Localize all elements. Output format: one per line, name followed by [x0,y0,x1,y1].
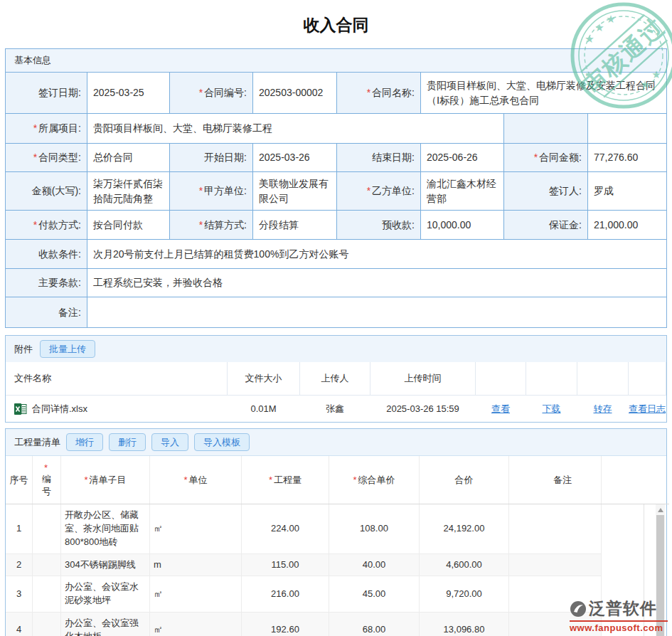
row-code [33,576,61,612]
quantity-list-section: 工程量清单 增行 删行 导入 导入模板 序号 *编号 *清单子目 *单位 *工程… [5,428,667,636]
row-unit: ㎡ [150,613,242,636]
seq-column-header: 序号 [6,456,33,504]
empty-value-cell [588,114,666,144]
signer-label: 签订人: [504,172,588,211]
table-row[interactable]: 2 304不锈钢踢脚线 m 115.00 40.00 4,600.00 [6,554,602,577]
end-date-label: 结束日期: [337,144,421,172]
add-row-button[interactable]: 增行 [66,433,103,452]
uploader-column-header: 上传人 [300,362,370,396]
row-item: 开敞办公区、储藏室、茶水间地面贴800*800地砖 [61,504,150,553]
table-row[interactable]: 4 办公室、会议室强化木地板 ㎡ 192.60 68.00 13,096.80 [6,613,602,636]
download-link[interactable]: 下载 [543,403,561,415]
attachment-row: 合同详情.xlsx 0.01M 张鑫 2025-03-26 15:59 查看 下… [6,396,666,422]
row-item: 办公室、会议室水泥砂浆地坪 [61,576,150,612]
delete-row-button[interactable]: 删行 [109,433,146,452]
party-b-label: *乙方单位: [337,172,421,211]
row-total: 9,720.00 [420,576,509,612]
row-total: 24,192.00 [420,504,509,553]
row-price: 45.00 [329,576,420,612]
upload-time-column-header: 上传时间 [370,362,476,396]
amount-words-label: 金额(大写): [6,172,87,211]
basic-info-grid: 签订日期: 2025-03-25 *合同编号: 202503-00002 *合同… [6,73,666,327]
import-template-button[interactable]: 导入模板 [194,433,250,452]
scroll-up-icon[interactable] [658,508,663,512]
row-price: 68.00 [329,613,420,636]
row-total: 13,096.80 [420,613,509,636]
row-qty: 115.00 [242,554,329,576]
basic-info-header: 基本信息 [6,49,666,73]
row-code [33,554,61,576]
qty-column-header: *工程量 [242,456,329,504]
party-a-label: *甲方单位: [170,172,253,211]
settlement-method-value: 分段结算 [253,211,337,240]
code-column-header: *编号 [33,456,61,504]
settlement-method-label: *结算方式: [170,211,253,240]
row-item: 办公室、会议室强化木地板 [61,613,150,636]
attachment-file-name[interactable]: 合同详情.xlsx [32,403,87,415]
file-name-column-header: 文件名称 [6,362,228,396]
deposit-label: 保证金: [504,211,588,240]
row-note [509,554,602,576]
contract-type-value: 总价合同 [87,144,170,172]
view-link[interactable]: 查看 [491,403,510,415]
advance-value: 10,000.00 [421,211,504,240]
attachments-header: 附件 批量上传 [6,336,666,362]
start-date-value: 2025-03-26 [253,144,337,172]
attachments-title: 附件 [14,343,33,356]
table-row[interactable]: 3 办公室、会议室水泥砂浆地坪 ㎡ 216.00 45.00 9,720.00 [6,576,602,613]
note-column-header: 备注 [509,456,602,504]
page-title: 收入合同 [0,0,672,43]
amount-value: 77,276.60 [588,144,666,172]
row-price: 108.00 [329,504,420,553]
total-column-header: 合价 [420,456,509,504]
item-column-header: *清单子目 [61,456,150,504]
batch-upload-button[interactable]: 批量上传 [40,340,95,359]
row-unit: m [150,554,242,576]
row-seq: 2 [6,554,33,576]
amount-words-value: 柒万柒仟贰佰柒拾陆元陆角整 [87,172,170,211]
remark-value [87,297,666,327]
attachment-uploader: 张鑫 [300,396,370,422]
income-contract-page: 收入合同 审核通过 ★ ★ ★ ★ ★ 基本信息 [0,0,672,636]
contract-no-value: 202503-00002 [253,73,337,114]
sign-date-label: 签订日期: [6,73,87,114]
party-b-value: 渝北汇鑫木材经营部 [421,172,504,211]
basic-info-title: 基本信息 [14,54,51,67]
action-column-header [476,362,526,396]
row-unit: ㎡ [150,504,242,553]
advance-label: 预收款: [337,211,421,240]
transfer-link[interactable]: 转存 [594,403,612,415]
table-row[interactable]: 1 开敞办公区、储藏室、茶水间地面贴800*800地砖 ㎡ 224.00 108… [6,504,602,554]
start-date-label: 开始日期: [170,144,253,172]
attachment-file-size: 0.01M [228,396,300,422]
attachment-file-cell: 合同详情.xlsx [6,396,228,422]
row-total: 4,600.00 [420,554,509,576]
vendor-watermark: 泛普软件 www.fanpusoft.com [570,598,668,633]
import-button[interactable]: 导入 [151,433,188,452]
payment-method-label: *付款方式: [6,211,87,240]
amount-label: *合同金额: [504,144,588,172]
contract-no-label: *合同编号: [170,73,253,114]
main-terms-label: 主要条款: [6,269,87,297]
party-a-value: 美联物业发展有限公司 [253,172,337,211]
file-size-column-header: 文件大小 [228,362,300,396]
unit-column-header: *单位 [150,456,242,504]
sign-date-value: 2025-03-25 [87,73,170,114]
vendor-url: www.fanpusoft.com [570,620,668,633]
row-seq: 4 [6,613,33,636]
price-column-header: *综合单价 [329,456,420,504]
contract-type-label: *合同类型: [6,144,87,172]
view-log-link[interactable]: 查看日志 [629,403,666,415]
project-value: 贵阳项目样板间、大堂、电梯厅装修工程 [87,114,504,144]
row-qty: 224.00 [242,504,329,553]
attachments-section: 附件 批量上传 文件名称 文件大小 上传人 上传时间 合同详情.xlsx [5,335,667,423]
row-unit: ㎡ [150,576,242,612]
deposit-value: 21,000.00 [588,211,666,240]
signer-value: 罗成 [588,172,666,211]
action-column-header [577,362,629,396]
quantity-table-body: 1 开敞办公区、储藏室、茶水间地面贴800*800地砖 ㎡ 224.00 108… [6,504,602,636]
empty-label-cell [504,114,588,144]
main-terms-value: 工程系统已安装，并验收合格 [87,269,666,297]
action-column-header [629,362,666,396]
row-code [33,504,61,553]
